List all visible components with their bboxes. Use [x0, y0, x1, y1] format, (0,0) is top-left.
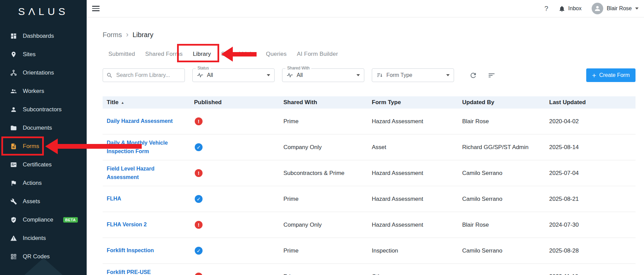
form-type-cell: Hazard Assessment [372, 170, 462, 177]
inbox-button[interactable]: Inbox [558, 5, 581, 12]
tab-shared-forms[interactable]: Shared Forms [140, 51, 188, 58]
title-cell: Field Level Hazard Assessment [107, 165, 194, 182]
tab-ai-form-builder[interactable]: AI Form Builder [292, 51, 343, 58]
form-title-link[interactable]: Daily & Monthly Vehicle Inspection Form [107, 139, 182, 156]
avatar [592, 3, 603, 14]
topbar-right: ? Inbox Blair Rose [544, 3, 639, 14]
sidebar-item-documents[interactable]: Documents [0, 119, 87, 137]
sidebar: SΛLUS DashboardsSitesOrientationsWorkers… [0, 0, 87, 275]
published-check-icon: ✓ [195, 195, 203, 203]
help-icon[interactable]: ? [544, 5, 548, 13]
form-title-link[interactable]: Forklift Inspection [107, 246, 154, 255]
beta-badge: BETA [63, 217, 78, 223]
column-header-form-type[interactable]: Form Type [372, 99, 462, 106]
table-row: Forklift Inspection✓PrimeInspectionCamil… [103, 238, 636, 264]
table-row: FLHA✓PrimeHazard AssessmentCamilo Serran… [103, 186, 636, 212]
form-title-link[interactable]: Forklift PRE-USE INSPECTION [107, 268, 182, 275]
shared-with-cell: Subcontractors & Prime [283, 170, 372, 177]
published-check-icon: ✓ [195, 247, 203, 255]
sidebar-item-forms[interactable]: Forms [0, 137, 87, 156]
workers-icon [10, 88, 17, 95]
table-body: Daily Hazard Assessment!PrimeHazard Asse… [103, 109, 636, 275]
sidebar-item-compliance[interactable]: ComplianceBETA [0, 211, 87, 229]
chevron-down-icon [635, 7, 639, 10]
sidebar-item-dashboards[interactable]: Dashboards [0, 27, 87, 45]
title-cell: FLHA Version 2 [107, 221, 194, 229]
filter-lines-icon [376, 72, 383, 79]
form-type-cell: Hazard Assessment [372, 118, 462, 125]
sidebar-item-actions[interactable]: Actions [0, 174, 87, 192]
title-cell: Forklift Inspection [107, 246, 194, 255]
menu-toggle-icon[interactable] [92, 6, 100, 11]
sidebar-item-label: Sites [23, 51, 36, 58]
shared-with-cell: Prime [283, 196, 372, 203]
breadcrumb-separator: › [126, 31, 128, 38]
table-row: Field Level Hazard Assessment!Subcontrac… [103, 160, 636, 186]
shared-with-cell: Company Only [283, 144, 372, 151]
last-updated-cell: 2025-08-14 [549, 144, 636, 151]
column-header-shared-with[interactable]: Shared With [283, 99, 372, 106]
certificates-icon [10, 161, 17, 168]
shared-with-cell: Company Only [283, 222, 372, 228]
sidebar-item-orientations[interactable]: Orientations [0, 64, 87, 82]
column-header-published[interactable]: Published [194, 99, 283, 106]
shared-with-select[interactable]: Shared With All [282, 68, 364, 82]
filters-bar: Status All Shared With All [103, 68, 636, 82]
page-title: Library [133, 31, 153, 39]
breadcrumb-forms-link[interactable]: Forms [103, 31, 122, 39]
sidebar-item-assets[interactable]: Assets [0, 192, 87, 211]
sidebar-item-sites[interactable]: Sites [0, 45, 87, 64]
published-cell: ✓ [194, 143, 283, 151]
column-header-title[interactable]: Title▲ [107, 99, 194, 106]
breadcrumb: Forms › Library [103, 30, 636, 39]
sidebar-item-label: Documents [23, 125, 52, 131]
create-form-button[interactable]: + Create Form [586, 68, 636, 82]
sidebar-item-incidents[interactable]: Incidents [0, 229, 87, 247]
form-title-link[interactable]: FLHA Version 2 [107, 221, 147, 229]
user-menu[interactable]: Blair Rose [592, 3, 639, 14]
sidebar-item-label: Orientations [23, 69, 54, 76]
bell-icon [558, 5, 565, 12]
inbox-label: Inbox [568, 5, 581, 12]
form-title-link[interactable]: Field Level Hazard Assessment [107, 165, 182, 182]
sidebar-item-subcontractors[interactable]: Subcontractors [0, 100, 87, 119]
main-area: ? Inbox Blair Rose Forms [87, 0, 644, 275]
unpublished-error-icon: ! [195, 169, 203, 177]
sidebar-item-label: Forms [23, 143, 39, 150]
updated-by-cell: Blair Rose [462, 118, 549, 125]
last-updated-cell: 2025-08-28 [549, 247, 636, 254]
salus-logo: SΛLUS [0, 5, 87, 18]
forms-table: Title▲PublishedShared WithForm TypeUpdat… [103, 96, 636, 275]
pulse-icon [197, 72, 204, 79]
sidebar-item-certificates[interactable]: Certificates [0, 156, 87, 174]
last-updated-cell: 2024-07-30 [549, 222, 636, 228]
sidebar-item-label: Subcontractors [23, 106, 62, 113]
tab-shared-links[interactable]: Shared Links [216, 51, 261, 58]
updated-by-cell: Camilo Serrano [462, 247, 549, 254]
shared-with-cell: Prime [283, 247, 372, 254]
tab-queries[interactable]: Queries [261, 51, 292, 58]
column-header-last-updated[interactable]: Last Updated [549, 99, 636, 106]
compliance-icon [10, 216, 17, 223]
status-select[interactable]: Status All [192, 68, 275, 82]
form-title-link[interactable]: Daily Hazard Assessment [107, 117, 173, 126]
sidebar-item-workers[interactable]: Workers [0, 82, 87, 100]
refresh-icon[interactable] [468, 70, 478, 81]
search-box [103, 68, 185, 82]
sidebar-item-label: Certificates [23, 161, 52, 168]
unpublished-error-icon: ! [195, 117, 203, 125]
form-title-link[interactable]: FLHA [107, 195, 121, 203]
search-input[interactable] [116, 72, 181, 79]
last-updated-cell: 2023-11-10 [549, 273, 636, 275]
subcontractors-icon [10, 106, 17, 113]
tab-submitted[interactable]: Submitted [103, 51, 140, 58]
form-type-cell: Hazard Assessment [372, 222, 462, 228]
plus-icon: + [592, 72, 596, 79]
published-check-icon: ✓ [195, 143, 203, 151]
form-type-select[interactable]: Form Type [372, 68, 454, 82]
title-cell: Daily & Monthly Vehicle Inspection Form [107, 139, 194, 156]
column-header-updated-by[interactable]: Updated By [462, 99, 549, 106]
tab-library[interactable]: Library [188, 51, 216, 58]
sort-lines-icon[interactable] [486, 70, 497, 81]
dashboard-icon [10, 33, 17, 39]
